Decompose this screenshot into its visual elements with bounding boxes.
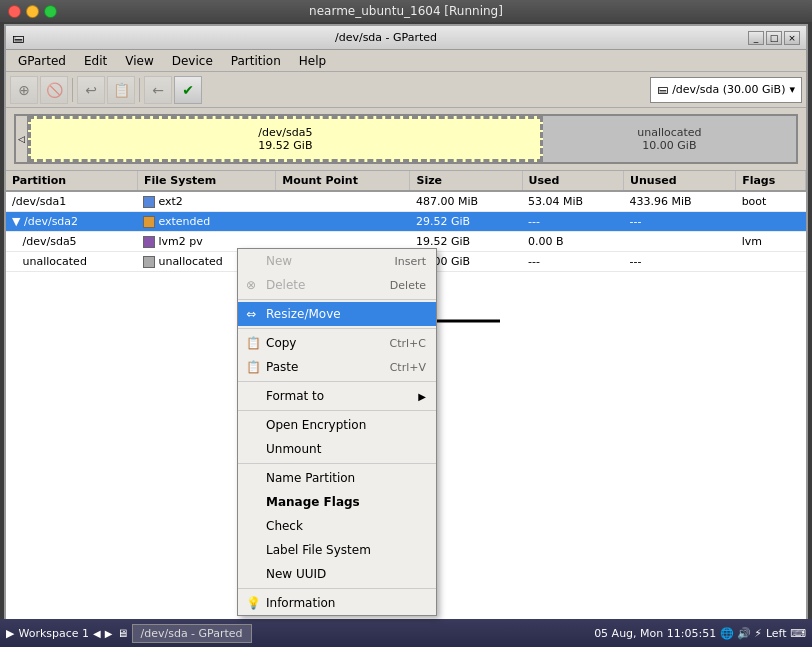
ctx-paste-shortcut: Ctrl+V — [390, 361, 426, 374]
disk-left-handle: ◁ — [16, 116, 28, 162]
ctx-open-encryption-label: Open Encryption — [266, 418, 366, 432]
systray-sound-icon: 🔊 — [737, 627, 751, 640]
toolbar-apply-button[interactable]: ✔ — [174, 76, 202, 104]
col-flags: Flags — [736, 171, 806, 191]
menu-partition[interactable]: Partition — [223, 52, 289, 70]
disk-unalloc-size: 10.00 GiB — [642, 139, 696, 152]
taskbar-systray: 🌐 🔊 ⚡ — [720, 627, 762, 640]
ctx-sep-4 — [238, 410, 436, 411]
menu-gparted[interactable]: GParted — [10, 52, 74, 70]
ctx-delete[interactable]: ⊗ Delete Delete — [238, 273, 436, 297]
ctx-delete-label: Delete — [266, 278, 305, 292]
ctx-label-fs-label: Label File System — [266, 543, 371, 557]
table-row[interactable]: ▼ /dev/sda2 extended 29.52 GiB --- --- — [6, 212, 806, 232]
ctx-copy-icon: 📋 — [246, 336, 261, 350]
systray-network-icon: 🌐 — [720, 627, 734, 640]
cell-flags — [736, 212, 806, 232]
toolbar-new-partition-button[interactable]: ⊕ — [10, 76, 38, 104]
ctx-name-partition[interactable]: Name Partition — [238, 466, 436, 490]
toolbar-copy-button[interactable]: 📋 — [107, 76, 135, 104]
cell-size: 29.52 GiB — [410, 212, 522, 232]
ctx-manage-flags[interactable]: Manage Flags — [238, 490, 436, 514]
ctx-unmount[interactable]: Unmount — [238, 437, 436, 461]
inner-maximize-button[interactable]: □ — [766, 31, 782, 45]
ctx-resize-label: Resize/Move — [266, 307, 341, 321]
ctx-information-label: Information — [266, 596, 335, 610]
ctx-sep-2 — [238, 328, 436, 329]
ctx-information[interactable]: 💡 Information — [238, 591, 436, 615]
ctx-format-label: Format to — [266, 389, 324, 403]
ctx-copy-label: Copy — [266, 336, 296, 350]
taskbar-screen-icon: 🖥 — [117, 627, 128, 640]
device-selector[interactable]: 🖴 /dev/sda (30.00 GiB) ▾ — [650, 77, 802, 103]
cell-flags: lvm — [736, 232, 806, 252]
cell-partition: /dev/sda1 — [6, 191, 137, 212]
ctx-sep-5 — [238, 463, 436, 464]
menu-device[interactable]: Device — [164, 52, 221, 70]
table-header-row: Partition File System Mount Point Size U… — [6, 171, 806, 191]
menu-help[interactable]: Help — [291, 52, 334, 70]
systray-power-icon: ⚡ — [754, 627, 762, 640]
ctx-delete-icon: ⊗ — [246, 278, 256, 292]
disk-partition-sda5[interactable]: /dev/sda5 19.52 GiB — [28, 116, 543, 162]
cell-used: --- — [522, 212, 624, 232]
ctx-copy[interactable]: 📋 Copy Ctrl+C — [238, 331, 436, 355]
col-used: Used — [522, 171, 624, 191]
ctx-new[interactable]: New Insert — [238, 249, 436, 273]
table-row[interactable]: /dev/sda1 ext2 487.00 MiB 53.04 MiB 433.… — [6, 191, 806, 212]
close-button[interactable] — [8, 5, 21, 18]
ctx-sep-6 — [238, 588, 436, 589]
taskbar: ▶ Workspace 1 ◀ ▶ 🖥 /dev/sda - GParted 0… — [0, 619, 812, 647]
window-controls — [8, 5, 57, 18]
maximize-button[interactable] — [44, 5, 57, 18]
ctx-name-partition-label: Name Partition — [266, 471, 355, 485]
minimize-button[interactable] — [26, 5, 39, 18]
toolbar-back-button[interactable]: ← — [144, 76, 172, 104]
toolbar-separator-2 — [139, 78, 140, 102]
cell-used: 53.04 MiB — [522, 191, 624, 212]
menu-view[interactable]: View — [117, 52, 161, 70]
ctx-sep-1 — [238, 299, 436, 300]
toolbar-undo-button[interactable]: ↩ — [77, 76, 105, 104]
device-dropdown-arrow: ▾ — [789, 83, 795, 96]
ctx-open-encryption[interactable]: Open Encryption — [238, 413, 436, 437]
disk-icon: 🖴 — [657, 83, 668, 96]
taskbar-workspace: Workspace 1 — [18, 627, 89, 640]
menu-bar: GParted Edit View Device Partition Help — [6, 50, 806, 72]
cell-unused: --- — [624, 212, 736, 232]
col-size: Size — [410, 171, 522, 191]
menu-edit[interactable]: Edit — [76, 52, 115, 70]
disk-sda5-size: 19.52 GiB — [258, 139, 312, 152]
toolbar: ⊕ 🚫 ↩ 📋 ← ✔ 🖴 /dev/sda (30.00 GiB) ▾ — [6, 72, 806, 108]
col-unused: Unused — [624, 171, 736, 191]
ctx-manage-flags-label: Manage Flags — [266, 495, 360, 509]
inner-close-button[interactable]: × — [784, 31, 800, 45]
inner-title-icons: 🖴 — [12, 31, 24, 45]
ctx-new-label: New — [266, 254, 292, 268]
disk-unalloc-label: unallocated — [637, 126, 701, 139]
ctx-check-label: Check — [266, 519, 303, 533]
taskbar-nav-left[interactable]: ◀ — [93, 628, 101, 639]
ctx-resize-icon: ⇔ — [246, 307, 256, 321]
cell-size: 487.00 MiB — [410, 191, 522, 212]
inner-minimize-button[interactable]: _ — [748, 31, 764, 45]
taskbar-start-icon[interactable]: ▶ — [6, 627, 14, 640]
taskbar-gparted-window[interactable]: /dev/sda - GParted — [132, 624, 252, 643]
ctx-info-icon: 💡 — [246, 596, 261, 610]
ctx-resize[interactable]: ⇔ Resize/Move — [238, 302, 436, 326]
window-title: nearme_ubuntu_1604 [Running] — [309, 4, 503, 18]
ctx-paste[interactable]: 📋 Paste Ctrl+V — [238, 355, 436, 379]
cell-unused: --- — [624, 252, 736, 272]
ctx-label-fs[interactable]: Label File System — [238, 538, 436, 562]
taskbar-nav-right[interactable]: ▶ — [105, 628, 113, 639]
inner-title-buttons: _ □ × — [748, 31, 800, 45]
ctx-new-uuid[interactable]: New UUID — [238, 562, 436, 586]
col-filesystem: File System — [137, 171, 275, 191]
cell-partition: /dev/sda5 — [6, 232, 137, 252]
cell-mountpoint — [276, 212, 410, 232]
ctx-check[interactable]: Check — [238, 514, 436, 538]
inner-title-bar: 🖴 /dev/sda - GParted _ □ × — [6, 26, 806, 50]
toolbar-delete-button[interactable]: 🚫 — [40, 76, 68, 104]
ctx-format[interactable]: Format to ▶ — [238, 384, 436, 408]
toolbar-separator-1 — [72, 78, 73, 102]
